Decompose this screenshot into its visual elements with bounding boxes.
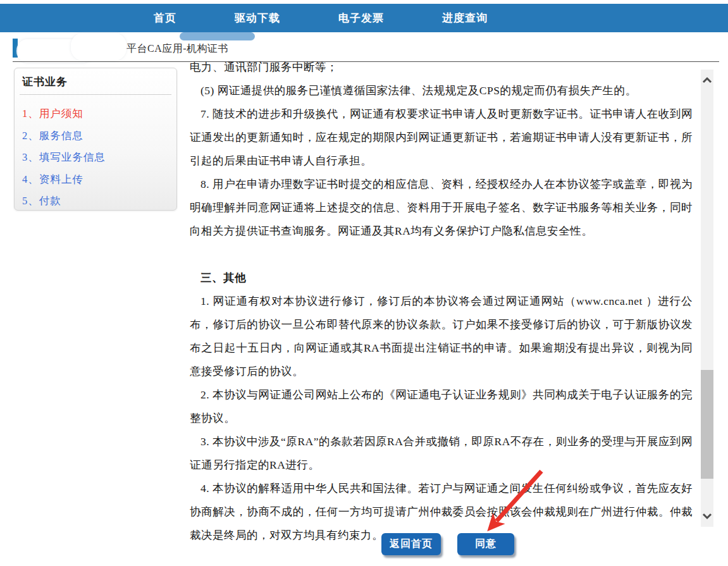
sidebar-item-fill-business-info[interactable]: 3、填写业务信息 bbox=[22, 147, 176, 169]
certificate-steps-panel: 证书业务 1、用户须知 2、服务信息 3、填写业务信息 4、资料上传 5、付款 bbox=[14, 68, 177, 211]
sidebar-step-list: 1、用户须知 2、服务信息 3、填写业务信息 4、资料上传 5、付款 bbox=[15, 95, 176, 212]
agreement-paragraph: 8. 用户在申请办理数字证书时提交的相应信息、资料，经授权经办人在本协议签字或盖… bbox=[190, 173, 693, 243]
redaction-blur-blue bbox=[180, 32, 255, 40]
agreement-paragraph: 2. 本协议与网证通公司网站上公布的《网证通电子认证业务规则》共同构成关于电子认… bbox=[190, 383, 693, 430]
sidebar-item-upload-materials[interactable]: 4、资料上传 bbox=[22, 169, 176, 191]
section-heading-others: 三、其他 bbox=[190, 266, 693, 290]
vertical-scrollbar[interactable] bbox=[701, 70, 713, 527]
sidebar-item-service-info[interactable]: 2、服务信息 bbox=[22, 125, 176, 147]
sidebar-title: 证书业务 bbox=[15, 68, 176, 93]
top-navbar: 首页 驱动下载 电子发票 进度查询 bbox=[0, 4, 728, 32]
sidebar-item-user-notice[interactable]: 1、用户须知 bbox=[22, 103, 176, 125]
agreement-text: 电力、通讯部门服务中断等； (5) 网证通提供的服务已谨慎遵循国家法律、法规规定… bbox=[190, 56, 693, 547]
agreement-paragraph: 1. 网证通有权对本协议进行修订，修订后的本协议将会通过网证通网站（www.cn… bbox=[190, 290, 693, 383]
redaction-blur bbox=[71, 33, 126, 61]
agreement-paragraph: (5) 网证通提供的服务已谨慎遵循国家法律、法规规定及CPS的规定而仍有损失产生… bbox=[190, 79, 693, 102]
agreement-paragraph: 电力、通讯部门服务中断等； bbox=[190, 56, 693, 79]
nav-item-driver-download[interactable]: 驱动下载 bbox=[235, 11, 280, 25]
nav-item-progress-query[interactable]: 进度查询 bbox=[442, 11, 488, 25]
back-to-home-button[interactable]: 返回首页 bbox=[381, 533, 441, 555]
scroll-up-icon[interactable] bbox=[701, 73, 713, 87]
page-title: 平台CA应用-机构证书 bbox=[126, 42, 228, 56]
agreement-paragraph: 7. 随技术的进步和升级换代，网证通有权要求证书申请人及时更新数字证书。证书申请… bbox=[190, 102, 693, 173]
sidebar-item-payment[interactable]: 5、付款 bbox=[22, 190, 176, 212]
page: 首页 驱动下载 电子发票 进度查询 平台CA应用-机构证书 证书业务 1、用户须… bbox=[0, 0, 728, 566]
agreement-paragraph: 4. 本协议的解释适用中华人民共和国法律。若订户与网证通之间发生任何纠纷或争议，… bbox=[190, 477, 693, 547]
agreement-paragraph: 3. 本协议中涉及“原RA”的条款若因原RA合并或撤销，即原RA不存在，则业务的… bbox=[190, 430, 693, 477]
scrollbar-thumb[interactable] bbox=[701, 370, 713, 479]
scroll-down-icon[interactable] bbox=[701, 509, 713, 523]
agree-button[interactable]: 同意 bbox=[457, 533, 514, 555]
nav-item-home[interactable]: 首页 bbox=[154, 11, 176, 25]
nav-item-e-invoice[interactable]: 电子发票 bbox=[338, 11, 384, 25]
